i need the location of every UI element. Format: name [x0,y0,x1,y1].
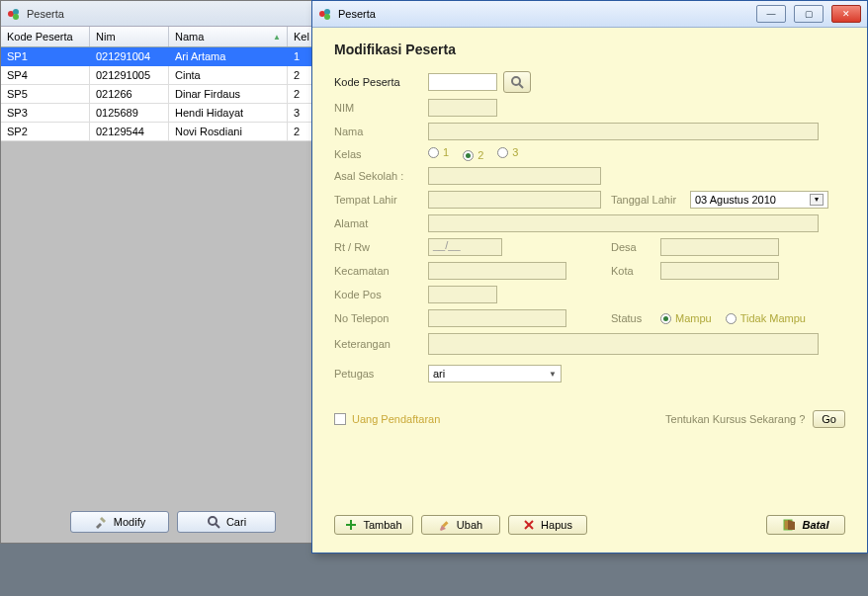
alamat-input [428,214,819,232]
label-asal: Asal Sekolah : [334,170,428,182]
maximize-button[interactable]: ▢ [794,5,824,23]
svg-point-2 [13,14,19,20]
label-tgllahir: Tanggal Lahir [601,194,690,206]
nim-input [428,99,497,117]
status-tidak-mampu-radio[interactable]: Tidak Mampu [726,312,806,324]
kelas-radio-1[interactable]: 1 [428,146,449,158]
kelas-radio-3[interactable]: 3 [497,146,518,158]
petugas-combo[interactable]: ari ▼ [428,365,562,383]
search-icon [510,75,524,89]
petugas-value: ari [433,368,445,380]
label-tmplahir: Tempat Lahir [334,194,428,206]
asal-input [428,167,601,185]
status-mampu-radio[interactable]: Mampu [660,312,712,324]
label-kota: Kota [601,265,660,277]
hapus-button[interactable]: Hapus [508,515,587,535]
kecamatan-input [428,262,566,280]
close-button[interactable]: ✕ [831,5,861,23]
cell-nim: 02129544 [90,123,169,141]
tempat-lahir-input [428,191,601,209]
form-heading: Modifikasi Peserta [334,42,845,57]
cell-nama: Novi Rosdiani [169,123,288,141]
cell-nim: 0125689 [90,104,169,123]
cell-kode: SP5 [1,85,90,104]
kode-input[interactable] [428,73,497,91]
tools-icon [94,515,108,529]
col-nim[interactable]: Nim [90,27,169,46]
date-value: 03 Agustus 2010 [695,194,776,206]
batal-button[interactable]: Batal [766,515,845,535]
cell-nama: Hendi Hidayat [169,104,288,123]
x-icon [523,519,535,531]
label-status: Status [601,312,660,324]
label-rtrw: Rt / Rw [334,241,428,253]
rtrw-input: __/__ [428,238,502,256]
kelas-radio-2[interactable]: 2 [463,149,483,161]
label-nim: NIM [334,102,428,114]
nama-input [428,123,819,140]
kodepos-input [428,286,497,303]
kursus-prompt: Tentukan Kursus Sekarang ? [665,413,805,425]
front-window-title: Peserta [338,8,376,20]
search-icon [207,515,220,529]
kota-input [660,262,779,280]
cell-nim: 021291005 [90,66,169,85]
modify-button[interactable]: Modify [70,511,169,533]
pencil-icon [439,519,451,531]
cell-nim: 021266 [90,85,169,104]
desa-input [660,238,779,256]
cell-kode: SP4 [1,66,90,85]
notelp-input [428,309,566,327]
go-button[interactable]: Go [813,410,845,428]
cari-button[interactable]: Cari [177,511,276,533]
label-kode: Kode Peserta [334,76,428,88]
app-icon [7,7,21,21]
keterangan-input [428,333,819,355]
col-nama[interactable]: Nama▲ [169,27,288,46]
door-icon [783,519,797,531]
svg-line-4 [216,524,219,528]
svg-point-8 [512,77,520,85]
ubah-button[interactable]: Ubah [421,515,500,535]
cell-kode: SP2 [1,123,90,141]
cell-kode: SP3 [1,104,90,123]
label-kodepos: Kode Pos [334,289,428,300]
cell-nama: Cinta [169,66,288,85]
calendar-dropdown-icon[interactable]: ▾ [810,194,824,206]
col-kode[interactable]: Kode Peserta [1,27,90,46]
svg-rect-11 [346,524,356,526]
lookup-kode-button[interactable] [503,71,531,93]
chevron-down-icon: ▼ [549,370,557,379]
cell-nama: Ari Artama [169,47,288,66]
plus-icon [345,519,357,531]
label-keterangan: Keterangan [334,338,428,350]
tambah-button[interactable]: Tambah [334,515,413,535]
label-desa: Desa [601,241,660,253]
svg-point-3 [209,517,217,525]
label-kecamatan: Kecamatan [334,265,428,277]
tanggal-lahir-picker[interactable]: 03 Agustus 2010 ▾ [690,191,828,209]
label-nama: Nama [334,126,428,137]
minimize-button[interactable]: — [756,5,786,23]
svg-line-9 [519,84,523,88]
svg-point-7 [324,14,330,20]
app-icon [318,7,332,21]
back-window-title: Peserta [27,8,64,20]
label-notelp: No Telepon [334,312,428,324]
cell-nim: 021291004 [90,47,169,66]
cell-nama: Dinar Firdaus [169,85,288,104]
label-petugas: Petugas [334,368,428,380]
uang-pendaftaran-checkbox[interactable]: Uang Pendaftaran [334,413,440,425]
label-alamat: Alamat [334,217,428,229]
sort-asc-icon: ▲ [273,33,281,42]
front-window-titlebar[interactable]: Peserta — ▢ ✕ [312,1,867,28]
modifikasi-peserta-window: Peserta — ▢ ✕ Modifikasi Peserta Kode Pe… [311,0,868,553]
label-kelas: Kelas [334,148,428,160]
cell-kode: SP1 [1,47,90,66]
